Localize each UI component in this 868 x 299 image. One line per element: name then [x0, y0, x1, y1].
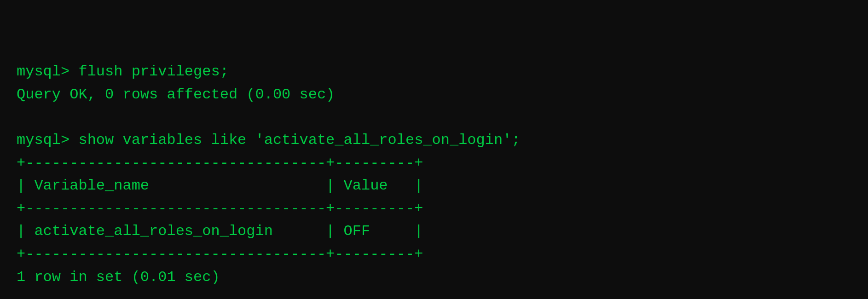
terminal-output: mysql> flush privileges; Query OK, 0 row…	[17, 60, 851, 288]
terminal-window: mysql> flush privileges; Query OK, 0 row…	[0, 0, 868, 299]
